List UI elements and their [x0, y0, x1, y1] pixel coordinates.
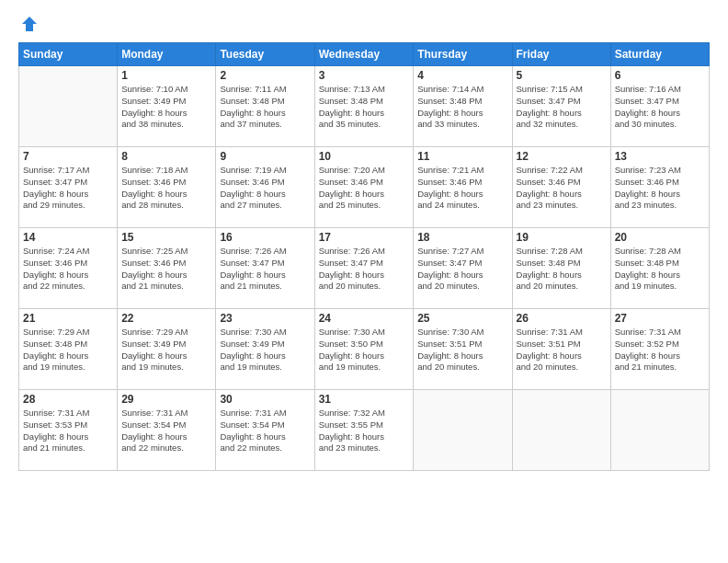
page-header [18, 15, 710, 33]
calendar-cell: 22Sunrise: 7:29 AMSunset: 3:49 PMDayligh… [118, 309, 216, 390]
day-number: 20 [615, 231, 705, 244]
day-number: 6 [615, 69, 705, 82]
calendar-cell: 3Sunrise: 7:13 AMSunset: 3:48 PMDaylight… [314, 66, 414, 147]
day-number: 25 [417, 312, 507, 325]
day-info: Sunrise: 7:18 AMSunset: 3:46 PMDaylight:… [121, 165, 211, 212]
calendar-week-row: 28Sunrise: 7:31 AMSunset: 3:53 PMDayligh… [19, 390, 710, 471]
calendar-cell: 7Sunrise: 7:17 AMSunset: 3:47 PMDaylight… [19, 147, 118, 228]
day-number: 2 [220, 69, 310, 82]
day-info: Sunrise: 7:21 AMSunset: 3:46 PMDaylight:… [417, 165, 507, 212]
day-number: 12 [517, 150, 607, 163]
day-info: Sunrise: 7:30 AMSunset: 3:51 PMDaylight:… [417, 327, 507, 373]
day-info: Sunrise: 7:32 AMSunset: 3:55 PMDaylight:… [319, 408, 410, 454]
day-number: 28 [23, 393, 113, 406]
calendar-cell: 21Sunrise: 7:29 AMSunset: 3:48 PMDayligh… [19, 309, 118, 390]
day-info: Sunrise: 7:13 AMSunset: 3:48 PMDaylight:… [319, 84, 410, 131]
header-thursday: Thursday [414, 43, 512, 66]
calendar-cell: 2Sunrise: 7:11 AMSunset: 3:48 PMDaylight… [216, 66, 314, 147]
day-info: Sunrise: 7:31 AMSunset: 3:54 PMDaylight:… [220, 408, 310, 454]
day-number: 22 [121, 312, 211, 325]
calendar-cell: 1Sunrise: 7:10 AMSunset: 3:49 PMDaylight… [118, 66, 216, 147]
header-friday: Friday [512, 43, 610, 66]
weekday-header-row: Sunday Monday Tuesday Wednesday Thursday… [19, 43, 710, 66]
day-number: 26 [517, 312, 607, 325]
day-info: Sunrise: 7:31 AMSunset: 3:54 PMDaylight:… [121, 408, 211, 454]
day-number: 15 [121, 231, 211, 244]
header-tuesday: Tuesday [216, 43, 314, 66]
day-info: Sunrise: 7:31 AMSunset: 3:53 PMDaylight:… [23, 408, 113, 454]
day-info: Sunrise: 7:28 AMSunset: 3:48 PMDaylight:… [517, 246, 607, 293]
calendar-cell [19, 66, 118, 147]
day-number: 13 [615, 150, 705, 163]
day-info: Sunrise: 7:19 AMSunset: 3:46 PMDaylight:… [220, 165, 310, 212]
day-number: 8 [121, 150, 211, 163]
day-info: Sunrise: 7:23 AMSunset: 3:46 PMDaylight:… [615, 165, 705, 212]
day-number: 16 [220, 231, 310, 244]
day-info: Sunrise: 7:17 AMSunset: 3:47 PMDaylight:… [23, 165, 113, 212]
logo-icon [20, 15, 39, 33]
calendar-cell: 18Sunrise: 7:27 AMSunset: 3:47 PMDayligh… [414, 228, 512, 309]
day-info: Sunrise: 7:11 AMSunset: 3:48 PMDaylight:… [220, 84, 310, 131]
calendar-cell: 11Sunrise: 7:21 AMSunset: 3:46 PMDayligh… [414, 147, 512, 228]
calendar-cell: 23Sunrise: 7:30 AMSunset: 3:49 PMDayligh… [216, 309, 314, 390]
calendar-cell: 6Sunrise: 7:16 AMSunset: 3:47 PMDaylight… [610, 66, 709, 147]
day-number: 10 [319, 150, 410, 163]
day-info: Sunrise: 7:25 AMSunset: 3:46 PMDaylight:… [121, 246, 211, 293]
day-number: 17 [319, 231, 410, 244]
calendar-cell: 27Sunrise: 7:31 AMSunset: 3:52 PMDayligh… [610, 309, 709, 390]
day-number: 5 [517, 69, 607, 82]
calendar-cell: 29Sunrise: 7:31 AMSunset: 3:54 PMDayligh… [118, 390, 216, 471]
logo [18, 15, 39, 33]
day-info: Sunrise: 7:14 AMSunset: 3:48 PMDaylight:… [417, 84, 507, 131]
calendar-week-row: 7Sunrise: 7:17 AMSunset: 3:47 PMDaylight… [19, 147, 710, 228]
day-info: Sunrise: 7:16 AMSunset: 3:47 PMDaylight:… [615, 84, 705, 131]
calendar-cell: 9Sunrise: 7:19 AMSunset: 3:46 PMDaylight… [216, 147, 314, 228]
calendar-cell: 12Sunrise: 7:22 AMSunset: 3:46 PMDayligh… [512, 147, 610, 228]
day-number: 19 [517, 231, 607, 244]
calendar-cell: 14Sunrise: 7:24 AMSunset: 3:46 PMDayligh… [19, 228, 118, 309]
calendar-cell: 26Sunrise: 7:31 AMSunset: 3:51 PMDayligh… [512, 309, 610, 390]
calendar-cell: 16Sunrise: 7:26 AMSunset: 3:47 PMDayligh… [216, 228, 314, 309]
day-number: 23 [220, 312, 310, 325]
header-sunday: Sunday [19, 43, 118, 66]
calendar-cell: 20Sunrise: 7:28 AMSunset: 3:48 PMDayligh… [610, 228, 709, 309]
day-info: Sunrise: 7:30 AMSunset: 3:50 PMDaylight:… [319, 327, 410, 373]
day-info: Sunrise: 7:24 AMSunset: 3:46 PMDaylight:… [23, 246, 113, 293]
day-info: Sunrise: 7:30 AMSunset: 3:49 PMDaylight:… [220, 327, 310, 373]
calendar-week-row: 21Sunrise: 7:29 AMSunset: 3:48 PMDayligh… [19, 309, 710, 390]
day-info: Sunrise: 7:31 AMSunset: 3:51 PMDaylight:… [517, 327, 607, 373]
calendar-cell: 25Sunrise: 7:30 AMSunset: 3:51 PMDayligh… [414, 309, 512, 390]
calendar-cell: 24Sunrise: 7:30 AMSunset: 3:50 PMDayligh… [314, 309, 414, 390]
calendar-cell [512, 390, 610, 471]
calendar-cell [610, 390, 709, 471]
day-info: Sunrise: 7:27 AMSunset: 3:47 PMDaylight:… [417, 246, 507, 293]
calendar-page: Sunday Monday Tuesday Wednesday Thursday… [0, 0, 728, 563]
calendar-week-row: 1Sunrise: 7:10 AMSunset: 3:49 PMDaylight… [19, 66, 710, 147]
day-number: 29 [121, 393, 211, 406]
header-monday: Monday [118, 43, 216, 66]
calendar-cell: 17Sunrise: 7:26 AMSunset: 3:47 PMDayligh… [314, 228, 414, 309]
calendar-cell: 8Sunrise: 7:18 AMSunset: 3:46 PMDaylight… [118, 147, 216, 228]
day-info: Sunrise: 7:31 AMSunset: 3:52 PMDaylight:… [615, 327, 705, 373]
day-info: Sunrise: 7:22 AMSunset: 3:46 PMDaylight:… [517, 165, 607, 212]
day-number: 9 [220, 150, 310, 163]
calendar-cell: 28Sunrise: 7:31 AMSunset: 3:53 PMDayligh… [19, 390, 118, 471]
header-wednesday: Wednesday [314, 43, 414, 66]
day-info: Sunrise: 7:15 AMSunset: 3:47 PMDaylight:… [517, 84, 607, 131]
day-info: Sunrise: 7:29 AMSunset: 3:48 PMDaylight:… [23, 327, 113, 373]
calendar-cell: 5Sunrise: 7:15 AMSunset: 3:47 PMDaylight… [512, 66, 610, 147]
day-number: 1 [121, 69, 211, 82]
header-saturday: Saturday [610, 43, 709, 66]
day-number: 7 [23, 150, 113, 163]
svg-marker-0 [22, 17, 37, 31]
calendar-cell: 30Sunrise: 7:31 AMSunset: 3:54 PMDayligh… [216, 390, 314, 471]
day-number: 18 [417, 231, 507, 244]
day-number: 21 [23, 312, 113, 325]
calendar-cell: 15Sunrise: 7:25 AMSunset: 3:46 PMDayligh… [118, 228, 216, 309]
day-info: Sunrise: 7:20 AMSunset: 3:46 PMDaylight:… [319, 165, 410, 212]
day-info: Sunrise: 7:29 AMSunset: 3:49 PMDaylight:… [121, 327, 211, 373]
calendar-table: Sunday Monday Tuesday Wednesday Thursday… [18, 42, 710, 471]
day-number: 3 [319, 69, 410, 82]
calendar-cell: 4Sunrise: 7:14 AMSunset: 3:48 PMDaylight… [414, 66, 512, 147]
calendar-week-row: 14Sunrise: 7:24 AMSunset: 3:46 PMDayligh… [19, 228, 710, 309]
